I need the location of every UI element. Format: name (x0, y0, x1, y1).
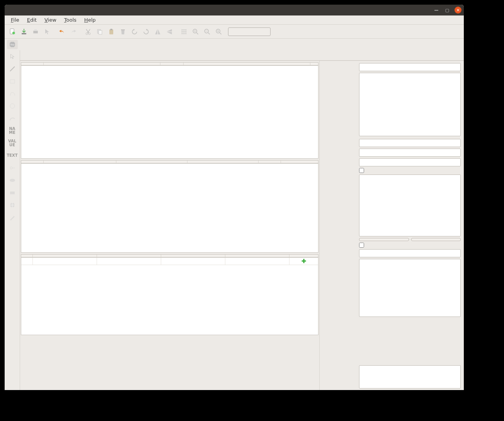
value-tool-icon[interactable]: VALUE (8, 139, 17, 148)
version-label (323, 158, 357, 159)
menu-tools[interactable]: Tools (61, 16, 80, 24)
attr-col-unit (225, 255, 289, 257)
menu-file[interactable]: File (8, 16, 22, 24)
schematic-only-checkbox[interactable] (359, 243, 364, 248)
new-icon[interactable] (7, 26, 18, 37)
select-tool-icon[interactable] (8, 52, 17, 61)
rotate-ccw-icon[interactable] (129, 26, 140, 37)
svg-point-5 (86, 33, 88, 34)
maximize-button[interactable]: ▢ (444, 7, 451, 14)
tool-palette: NAME VALUE TEXT (5, 50, 20, 390)
paste-icon[interactable] (106, 26, 117, 37)
menu-edit[interactable]: Edit (24, 16, 40, 24)
svg-rect-31 (10, 80, 15, 83)
signals-rows (21, 66, 318, 159)
copy-icon[interactable] (94, 26, 105, 37)
grid-icon[interactable] (179, 26, 189, 37)
attributes-table (21, 254, 318, 258)
minimize-button[interactable]: — (433, 7, 440, 14)
mirror-v-icon[interactable] (164, 26, 175, 37)
zoom-fit-icon[interactable] (213, 26, 224, 37)
titlebar-controls: — ▢ ✕ (433, 7, 461, 14)
toolbar (5, 25, 464, 39)
prefix-label (323, 249, 357, 250)
svg-point-32 (10, 104, 15, 108)
remove-selected-button[interactable] (411, 238, 461, 241)
svg-point-35 (10, 179, 15, 182)
default-value-input[interactable] (359, 259, 461, 317)
menu-view[interactable]: View (41, 16, 60, 24)
schematic-only-label (323, 243, 357, 244)
description-input[interactable] (359, 73, 461, 136)
rotate-cw-icon[interactable] (141, 26, 152, 37)
pencil-tool-icon[interactable] (8, 213, 17, 222)
attr-new-value[interactable] (161, 258, 225, 265)
zoom-in-icon[interactable] (190, 26, 201, 37)
rect-tool-icon[interactable] (8, 77, 17, 86)
delete-icon[interactable] (117, 26, 128, 37)
name-tool-icon[interactable]: NAME (8, 126, 17, 135)
close-button[interactable]: ✕ (455, 7, 461, 14)
pad-tool-icon[interactable] (8, 176, 17, 185)
attributes-section: ✚ (21, 253, 318, 335)
zoom-out-icon[interactable] (202, 26, 213, 37)
attr-new-type[interactable] (97, 258, 161, 265)
circle-tool-icon[interactable] (8, 101, 17, 111)
print-icon[interactable] (30, 26, 41, 37)
attr-new-unit[interactable] (225, 258, 289, 265)
name-label (323, 63, 357, 64)
attr-col-value (161, 255, 225, 257)
rect-fill-tool-icon[interactable] (8, 188, 17, 197)
categories-list[interactable] (359, 175, 461, 236)
messages-label (323, 365, 357, 366)
document-tabs (20, 50, 464, 60)
cut-icon[interactable] (83, 26, 94, 37)
redo-icon[interactable] (68, 26, 79, 37)
symvar-section (21, 159, 318, 253)
target-tool-icon[interactable] (8, 200, 17, 210)
arc-tool-icon[interactable] (8, 114, 17, 123)
svg-rect-2 (22, 33, 26, 34)
signals-col-required (160, 63, 184, 65)
version-input[interactable] (359, 158, 461, 166)
signals-section (21, 61, 318, 159)
attr-new-key-input[interactable] (33, 258, 97, 265)
author-label (323, 149, 357, 150)
stop-button[interactable]: Stop (7, 40, 18, 49)
main-body: NAME VALUE TEXT (5, 50, 464, 390)
properties-pane (319, 61, 464, 390)
polygon-tool-icon[interactable] (8, 89, 17, 98)
svg-rect-11 (121, 29, 125, 30)
content-split: ✚ (20, 60, 464, 390)
mirror-h-icon[interactable] (152, 26, 163, 37)
menu-help[interactable]: Help (81, 16, 99, 24)
deprecated-checkbox[interactable] (359, 168, 364, 173)
save-icon[interactable] (19, 26, 29, 37)
symvar-col-desc (116, 161, 187, 163)
symvar-table (21, 160, 318, 164)
app-window: — ▢ ✕ File Edit View Tools Help (5, 5, 464, 390)
prefix-input[interactable] (359, 249, 461, 257)
text-tool-icon[interactable]: TEXT (8, 151, 17, 160)
pin-tool-icon[interactable] (8, 163, 17, 173)
author-input[interactable] (359, 149, 461, 157)
svg-line-19 (197, 33, 198, 34)
add-category-button[interactable] (359, 238, 409, 241)
secondary-toolbar: Stop (5, 39, 464, 50)
svg-point-33 (10, 167, 12, 169)
name-input[interactable] (359, 63, 461, 71)
undo-icon[interactable] (56, 26, 67, 37)
default-value-label (323, 259, 357, 260)
main-area: ✚ (20, 50, 464, 390)
keywords-input[interactable] (359, 139, 461, 147)
attr-add-icon[interactable]: ✚ (300, 258, 307, 264)
svg-rect-3 (33, 31, 38, 33)
description-label (323, 73, 357, 74)
deprecated-label (323, 168, 357, 169)
filter-input[interactable] (228, 27, 271, 36)
svg-rect-9 (109, 29, 113, 34)
svg-rect-10 (111, 29, 112, 30)
cursor-icon[interactable] (42, 26, 53, 37)
line-tool-icon[interactable] (8, 64, 17, 74)
titlebar: — ▢ ✕ (5, 5, 464, 15)
